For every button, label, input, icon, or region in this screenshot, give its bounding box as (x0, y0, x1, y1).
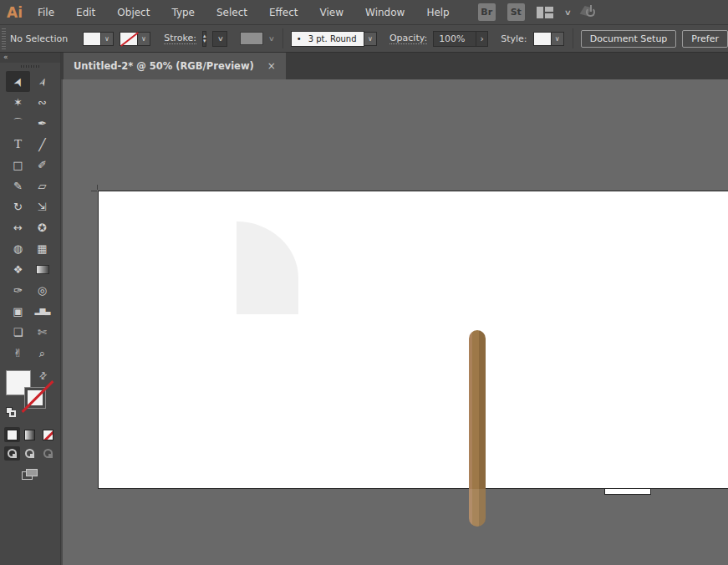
selection-tool[interactable]: ➤ (6, 71, 30, 92)
pen-tool[interactable]: ✒ (30, 113, 54, 134)
stroke-none-swatch[interactable] (120, 32, 138, 46)
rotate-tool[interactable]: ↻ (6, 196, 30, 217)
menu-item-type[interactable]: Type (171, 7, 195, 18)
chevron-down-icon[interactable]: ∨ (563, 8, 571, 17)
line-icon: ╱ (38, 139, 45, 150)
shape-builder-icon: ◍ (13, 243, 23, 254)
opacity-control[interactable]: 100% › (433, 31, 488, 47)
menu-item-view[interactable]: View (320, 7, 344, 18)
blend-tool[interactable]: ◎ (30, 280, 54, 301)
magic-wand-tool[interactable]: ✶ (6, 92, 30, 113)
arrow-right-icon[interactable]: › (476, 31, 488, 47)
direct-selection-tool[interactable]: ➢ (30, 71, 54, 92)
default-fill-stroke-icon[interactable] (6, 407, 17, 418)
column-graph-tool[interactable]: ▂▆▃ (30, 301, 54, 322)
lasso-tool[interactable]: ∾ (30, 92, 54, 113)
artboard-tool[interactable]: ❏ (6, 322, 30, 343)
screen-mode-button[interactable] (22, 469, 38, 481)
fill-color-dropdown[interactable]: ∨ (83, 32, 114, 46)
document-tab-title: Untitled-2* @ 50% (RGB/Preview) (74, 60, 254, 72)
fill-stroke-widget: ⇄ (6, 370, 54, 422)
chevron-down-icon[interactable]: ▾ (203, 38, 206, 43)
close-icon[interactable]: × (267, 60, 276, 72)
zoom-tool[interactable]: ⌕ (30, 343, 54, 364)
menu-item-edit[interactable]: Edit (76, 7, 95, 18)
type-tool[interactable]: T (6, 134, 30, 155)
column-graph-icon: ▂▆▃ (35, 308, 50, 315)
width-tool[interactable]: ↔ (6, 217, 30, 238)
gradient-tool[interactable] (30, 259, 54, 280)
gpu-performance-icon[interactable] (582, 5, 598, 20)
menu-item-help[interactable]: Help (426, 7, 449, 18)
stroke-color-dropdown[interactable]: ∨ (120, 32, 150, 46)
stroke-weight-select[interactable]: ∨ (212, 31, 227, 47)
shaper-tool[interactable]: ✎ (6, 176, 30, 196)
rotate-icon: ↻ (13, 201, 23, 212)
mesh-icon: ❖ (13, 264, 23, 275)
gradient-button[interactable] (22, 427, 38, 442)
fill-swatch[interactable] (83, 32, 101, 46)
small-white-notch[interactable] (604, 489, 651, 495)
swap-fill-stroke-icon[interactable]: ⇄ (37, 369, 50, 383)
crop-mark (97, 185, 98, 190)
direct-selection-icon: ➢ (35, 74, 50, 89)
menu-item-file[interactable]: File (38, 7, 54, 18)
panel-grip-icon[interactable] (2, 28, 6, 49)
puppet-warp-tool[interactable]: ✪ (30, 217, 54, 238)
shape-builder-tool[interactable]: ◍ (6, 238, 30, 259)
chevron-down-icon[interactable]: ∨ (217, 35, 224, 43)
menu-item-window[interactable]: Window (365, 7, 405, 18)
color-type-row (4, 427, 56, 442)
chevron-down-icon: ∨ (268, 35, 275, 43)
draw-behind-button[interactable] (22, 446, 38, 461)
style-dropdown[interactable]: ∨ (533, 32, 564, 46)
curvature-tool[interactable]: ⌒ (6, 113, 30, 134)
document-tab[interactable]: Untitled-2* @ 50% (RGB/Preview) × (64, 53, 286, 79)
preferences-button[interactable]: Prefer (682, 30, 728, 48)
brush-field[interactable]: • 3 pt. Round (291, 31, 364, 47)
canvas-area[interactable] (63, 79, 728, 565)
menu-item-object[interactable]: Object (117, 7, 150, 18)
menu-bar: Ai FileEditObjectTypeSelectEffectViewWin… (0, 0, 728, 25)
chevron-down-icon[interactable]: ∨ (552, 32, 564, 46)
type-icon: T (14, 138, 22, 150)
stroke-weight-stepper[interactable]: ▴ ▾ (202, 31, 207, 47)
artboard[interactable] (98, 191, 728, 489)
workspace-switcher-icon[interactable] (537, 7, 553, 18)
hand-tool[interactable]: ✌ (6, 343, 30, 364)
stroke-label[interactable]: Stroke: (164, 33, 196, 44)
line-tool[interactable]: ╱ (30, 134, 54, 155)
color-button[interactable] (4, 427, 20, 442)
eyedropper-tool[interactable]: ✑ (6, 280, 30, 301)
menu-item-effect[interactable]: Effect (269, 7, 298, 18)
scale-tool[interactable]: ⇲ (30, 196, 54, 217)
panel-collapse-button[interactable]: « (0, 53, 60, 63)
rectangle-tool[interactable]: □ (6, 155, 30, 176)
none-button[interactable] (40, 427, 56, 442)
perspective-grid-tool[interactable]: ▦ (30, 238, 54, 259)
document-setup-button[interactable]: Document Setup (581, 30, 677, 48)
chevron-down-icon[interactable]: ∨ (138, 32, 150, 46)
chevron-down-icon[interactable]: ∨ (364, 32, 377, 46)
stock-icon[interactable]: St (507, 3, 525, 21)
symbol-sprayer-tool[interactable]: ▣ (6, 301, 30, 322)
chevron-down-icon[interactable]: ∨ (101, 32, 114, 46)
style-swatch[interactable] (533, 32, 552, 46)
lasso-icon: ∾ (38, 97, 47, 108)
popsicle-stick[interactable] (469, 330, 486, 527)
menu-item-select[interactable]: Select (216, 7, 247, 18)
selection-icon: ➤ (11, 74, 26, 89)
mesh-tool[interactable]: ❖ (6, 259, 30, 280)
draw-normal-button[interactable] (4, 446, 20, 461)
tools-grid: ➤➢✶∾⌒✒T╱□✐✎▱↻⇲↔✪◍▦❖✑◎▣▂▆▃❏✄✌⌕ (6, 71, 54, 364)
tools-panel: « ➤➢✶∾⌒✒T╱□✐✎▱↻⇲↔✪◍▦❖✑◎▣▂▆▃❏✄✌⌕ ⇄ (0, 53, 61, 565)
eraser-tool[interactable]: ▱ (30, 176, 54, 196)
paintbrush-tool[interactable]: ✐ (30, 155, 54, 176)
opacity-field[interactable]: 100% (433, 31, 476, 47)
slice-tool[interactable]: ✄ (30, 322, 54, 343)
brush-definition-dropdown[interactable]: • 3 pt. Round ∨ (291, 31, 377, 47)
panel-drag-grip[interactable] (0, 63, 60, 69)
bridge-icon[interactable]: Br (478, 3, 496, 21)
draw-inside-button[interactable] (40, 446, 56, 461)
opacity-label[interactable]: Opacity: (389, 33, 427, 44)
